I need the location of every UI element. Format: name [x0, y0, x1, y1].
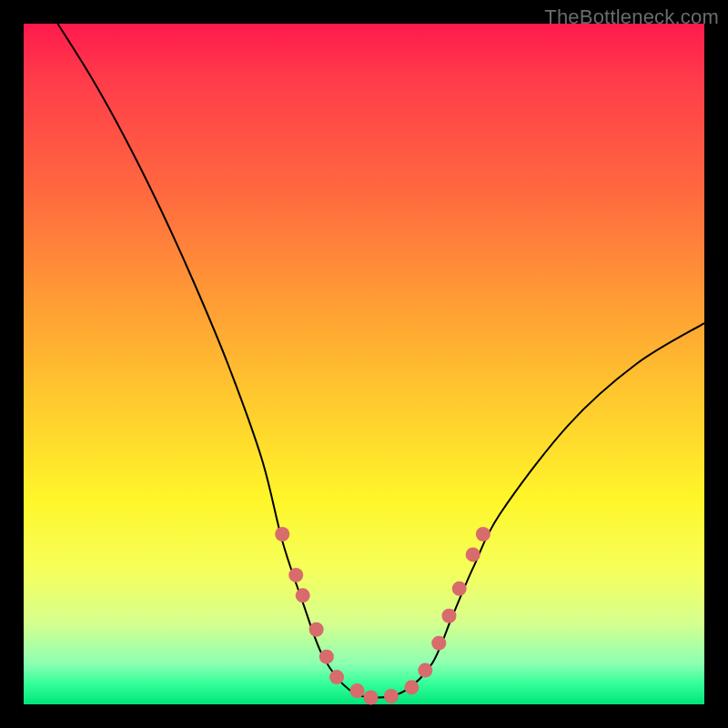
curve-marker [309, 622, 324, 637]
curve-marker [476, 527, 490, 541]
curve-marker [418, 663, 432, 678]
curve-marker [275, 527, 289, 541]
bottleneck-curve-line [57, 24, 704, 698]
curve-marker [363, 691, 378, 705]
chart-plot-area [24, 24, 704, 704]
curve-marker [288, 568, 303, 582]
bottleneck-curve-svg [24, 24, 704, 704]
curve-marker [384, 689, 399, 703]
curve-marker [296, 588, 310, 602]
curve-marker [452, 581, 467, 596]
curve-marker [466, 547, 480, 561]
curve-marker [319, 650, 334, 664]
watermark-text: TheBottleneck.com [544, 5, 719, 29]
curve-marker [442, 609, 457, 623]
curve-marker [329, 670, 344, 684]
curve-marker [404, 680, 419, 694]
curve-marker [350, 683, 365, 698]
curve-marker [431, 636, 446, 651]
